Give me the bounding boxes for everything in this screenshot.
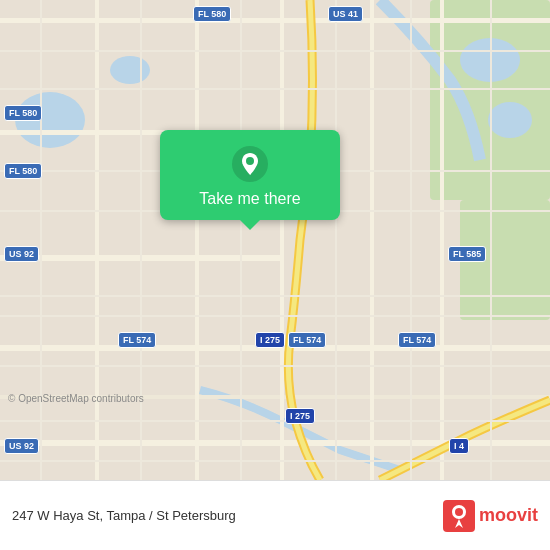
hw-label-fl574-3: FL 574 — [398, 332, 436, 348]
take-me-there-button[interactable]: Take me there — [160, 130, 340, 220]
svg-rect-18 — [0, 50, 550, 52]
svg-rect-31 — [410, 0, 412, 480]
svg-rect-15 — [280, 0, 284, 480]
svg-rect-30 — [335, 0, 337, 480]
hw-label-us92-2: US 92 — [4, 438, 39, 454]
hw-label-i4: I 4 — [449, 438, 469, 454]
hw-label-fl580-2: FL 580 — [4, 105, 42, 121]
svg-rect-25 — [0, 420, 550, 422]
map-view: FL 580 US 41 FL 580 FL 580 I 275 US 92 F… — [0, 0, 550, 480]
svg-rect-7 — [0, 18, 550, 23]
svg-rect-24 — [0, 365, 550, 367]
svg-rect-26 — [0, 460, 550, 462]
moovit-logo: moovit — [443, 500, 538, 532]
svg-rect-32 — [490, 0, 492, 480]
hw-label-fl574-1: FL 574 — [118, 332, 156, 348]
moovit-text: moovit — [479, 505, 538, 526]
svg-rect-27 — [40, 0, 42, 480]
moovit-icon — [443, 500, 475, 532]
svg-point-6 — [488, 102, 532, 138]
hw-label-fl580-1: FL 580 — [193, 6, 231, 22]
svg-rect-28 — [140, 0, 142, 480]
svg-rect-16 — [370, 0, 374, 480]
location-pin-icon — [232, 146, 268, 182]
hw-label-fl580-3: FL 580 — [4, 163, 42, 179]
svg-rect-23 — [0, 315, 550, 317]
svg-point-34 — [246, 157, 254, 165]
svg-rect-19 — [0, 88, 550, 90]
svg-rect-29 — [240, 0, 242, 480]
hw-label-us41: US 41 — [328, 6, 363, 22]
svg-rect-22 — [0, 295, 550, 297]
svg-rect-13 — [95, 0, 99, 480]
svg-rect-17 — [440, 0, 444, 480]
bottom-bar: 247 W Haya St, Tampa / St Petersburg moo… — [0, 480, 550, 550]
svg-point-37 — [455, 508, 463, 516]
hw-label-i275-2: I 275 — [255, 332, 285, 348]
svg-rect-14 — [195, 0, 199, 480]
copyright-text: © OpenStreetMap contributors — [8, 393, 144, 404]
map-svg — [0, 0, 550, 480]
svg-point-4 — [110, 56, 150, 84]
hw-label-fl585: FL 585 — [448, 246, 486, 262]
hw-label-us92: US 92 — [4, 246, 39, 262]
hw-label-fl574-2: FL 574 — [288, 332, 326, 348]
hw-label-i275-3: I 275 — [285, 408, 315, 424]
address-text: 247 W Haya St, Tampa / St Petersburg — [12, 508, 236, 523]
tooltip-label: Take me there — [199, 190, 300, 208]
